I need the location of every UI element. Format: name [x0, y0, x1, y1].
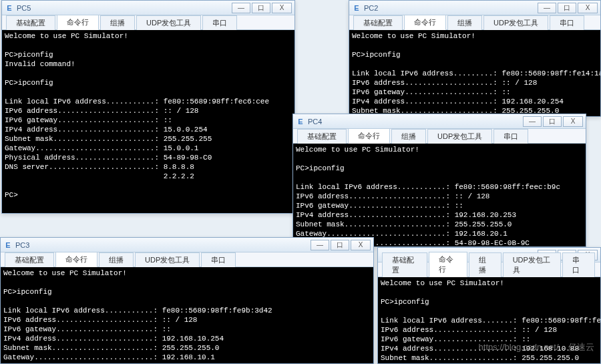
maximize-button[interactable]: 口: [558, 3, 576, 13]
window-pc5: E PC5 — 口 X 基础配置 命令行 组播 UDP发包工具 串口 Welco…: [1, 0, 295, 214]
tab-basic[interactable]: 基础配置: [6, 15, 55, 30]
tab-cmd[interactable]: 命令行: [57, 15, 99, 30]
tab-serial[interactable]: 串口: [550, 15, 584, 30]
tab-udp[interactable]: UDP发包工具: [135, 252, 200, 267]
titlebar[interactable]: E PC3 — 口 X: [1, 238, 373, 252]
tab-udp[interactable]: UDP发包工具: [427, 129, 492, 144]
minimize-button[interactable]: —: [311, 240, 329, 250]
tab-serial[interactable]: 串口: [201, 252, 236, 267]
tab-bar: 基础配置 命令行 组播 UDP发包工具 串口: [349, 15, 600, 30]
tab-basic[interactable]: 基础配置: [297, 129, 347, 144]
tab-udp[interactable]: UDP发包工具: [503, 252, 562, 277]
tab-mcast[interactable]: 组播: [447, 15, 482, 30]
window-pc3: E PC3 — 口 X 基础配置 命令行 组播 UDP发包工具 串口 Welco…: [0, 237, 374, 364]
tab-basic[interactable]: 基础配置: [5, 252, 54, 267]
app-icon: E: [3, 240, 13, 250]
tab-basic[interactable]: 基础配置: [353, 15, 403, 30]
maximize-button[interactable]: 口: [543, 116, 562, 127]
minimize-button[interactable]: —: [523, 116, 542, 127]
close-button[interactable]: X: [272, 3, 292, 13]
window-title: PC2: [364, 4, 536, 12]
tab-serial[interactable]: 串口: [562, 252, 595, 277]
window-title: PC4: [308, 118, 522, 126]
tab-cmd[interactable]: 命令行: [429, 252, 467, 277]
window-title: PC5: [17, 4, 230, 12]
maximize-button[interactable]: 口: [252, 3, 270, 13]
minimize-button[interactable]: —: [232, 3, 250, 13]
titlebar[interactable]: E PC5 — 口 X: [2, 1, 294, 15]
close-button[interactable]: X: [578, 3, 598, 13]
tab-serial[interactable]: 串口: [202, 15, 237, 30]
tab-mcast[interactable]: 组播: [391, 129, 426, 144]
app-icon: E: [352, 3, 361, 13]
tab-bar: 基础配置 命令行 组播 UDP发包工具 串口: [378, 262, 600, 277]
titlebar[interactable]: E PC2 — 口 X: [349, 1, 600, 15]
titlebar[interactable]: E PC4 — 口 X: [293, 114, 586, 129]
app-icon: E: [296, 117, 305, 126]
tab-bar: 基础配置 命令行 组播 UDP发包工具 串口: [1, 252, 373, 267]
tab-bar: 基础配置 命令行 组播 UDP发包工具 串口: [293, 129, 586, 144]
tab-cmd[interactable]: 命令行: [348, 128, 390, 144]
maximize-button[interactable]: 口: [331, 240, 349, 250]
window-pc1: E PC1 — 口 X 基础配置 命令行 组播 UDP发包工具 串口 Welco…: [377, 247, 601, 364]
terminal-output[interactable]: Welcome to use PC Simulator! PC>ipconfig…: [1, 267, 373, 363]
minimize-button[interactable]: —: [538, 3, 556, 13]
window-title: PC3: [15, 241, 309, 249]
app-icon: E: [5, 3, 14, 13]
terminal-output[interactable]: Welcome to use PC Simulator! PC>piconfig…: [2, 30, 294, 213]
close-button[interactable]: X: [351, 240, 371, 250]
tab-serial[interactable]: 串口: [493, 129, 528, 144]
tab-basic[interactable]: 基础配置: [382, 252, 427, 277]
tab-mcast[interactable]: 组播: [100, 15, 135, 30]
tab-udp[interactable]: UDP发包工具: [483, 15, 548, 30]
tab-mcast[interactable]: 组播: [469, 252, 502, 277]
terminal-output[interactable]: Welcome to use PC Simulator! PC>ipconfig…: [293, 144, 586, 246]
tab-bar: 基础配置 命令行 组播 UDP发包工具 串口: [2, 15, 294, 30]
terminal-output[interactable]: Welcome to use PC Simulator! PC>ipconfig…: [349, 30, 600, 116]
tab-udp[interactable]: UDP发包工具: [136, 15, 201, 30]
window-pc2: E PC2 — 口 X 基础配置 命令行 组播 UDP发包工具 串口 Welco…: [349, 0, 601, 117]
window-pc4: E PC4 — 口 X 基础配置 命令行 组播 UDP发包工具 串口 Welco…: [292, 114, 586, 247]
tab-cmd[interactable]: 命令行: [404, 15, 446, 30]
tab-cmd[interactable]: 命令行: [55, 252, 97, 267]
close-button[interactable]: X: [563, 116, 583, 127]
tab-mcast[interactable]: 组播: [99, 252, 134, 267]
terminal-output[interactable]: Welcome to use PC Simulator! PC>ipconfig…: [378, 277, 600, 363]
